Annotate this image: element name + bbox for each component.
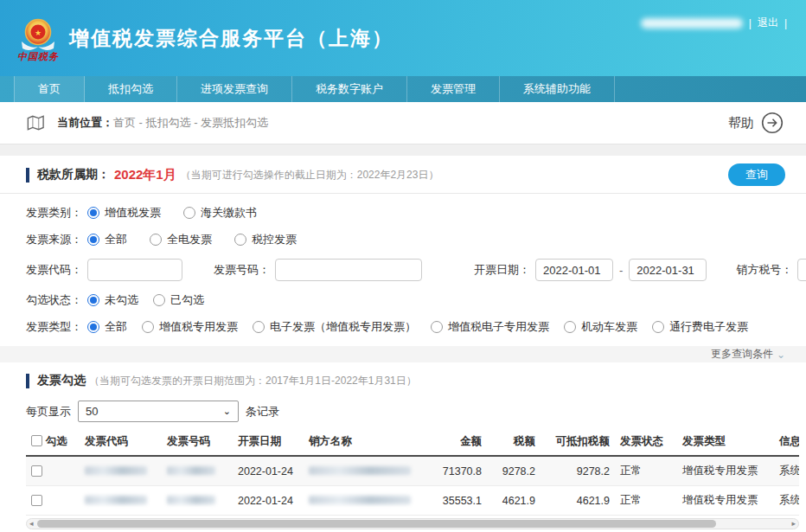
radio-icon [431, 321, 443, 333]
radio-label: 增值税专用发票 [159, 319, 238, 335]
radio-type-vat-electronic-special[interactable]: 增值税电子专用发票 [431, 319, 549, 335]
radio-source-tax-controlled[interactable]: 税控发票 [234, 232, 297, 247]
tax-logo: ★ 中国税务 [17, 17, 59, 63]
row-checkbox[interactable] [31, 495, 42, 506]
radio-vat-invoice[interactable]: 增值税发票 [87, 205, 161, 221]
radio-checked[interactable]: 已勾选 [153, 292, 204, 308]
select-all-checkbox[interactable] [31, 435, 42, 446]
logout-link[interactable]: 退出 [758, 16, 778, 30]
radio-label: 通行费电子发票 [669, 319, 748, 335]
table-row: 2022-01-24 35553.1 4621.9 4621.9 正常 增值税专… [26, 486, 799, 516]
horizontal-scrollbar[interactable]: ◂ ▸ [26, 518, 799, 529]
radio-selected-icon [87, 207, 99, 219]
invoice-category-label: 发票类别： [26, 205, 82, 221]
row-checkbox[interactable] [31, 465, 42, 477]
divider-band [0, 144, 806, 156]
invoice-number-input[interactable] [275, 259, 422, 281]
help-button[interactable]: 帮助 [728, 112, 784, 134]
svg-text:★: ★ [35, 29, 42, 37]
invoice-code-input[interactable] [87, 259, 182, 281]
radio-type-special-vat[interactable]: 增值税专用发票 [142, 319, 238, 335]
invoice-status: 正常 [615, 456, 677, 486]
header-invoice-number: 发票号码 [162, 429, 233, 456]
invoice-date-to-input[interactable] [629, 259, 707, 281]
nav-item-deduction-check[interactable]: 抵扣勾选 [85, 76, 177, 102]
invoice-type-label: 发票类型： [26, 319, 82, 335]
seller-tax-no-input[interactable] [797, 259, 806, 281]
scrollbar-thumb[interactable] [37, 520, 716, 528]
header-tax: 税额 [487, 429, 541, 456]
nav-item-input-invoice-query[interactable]: 进项发票查询 [177, 76, 292, 102]
query-button[interactable]: 查询 [728, 163, 785, 186]
radio-selected-icon [87, 234, 99, 246]
seller-name-blurred [309, 466, 411, 475]
section-accent-bar [26, 374, 29, 388]
invoice-source-row: 发票来源： 全部 全电发票 税控发票 [26, 232, 780, 247]
invoice-check-title: 发票勾选 [37, 373, 86, 388]
header-invoice-status: 发票状态 [615, 429, 677, 456]
page-size-suffix: 条记录 [246, 404, 279, 420]
tax: 4621.9 [487, 486, 541, 516]
radio-label: 全电发票 [167, 232, 212, 247]
info-source: 系统推送 [774, 486, 799, 516]
radio-label: 未勾选 [105, 292, 138, 308]
section-accent-bar [26, 168, 29, 183]
header-amount: 金额 [425, 429, 487, 456]
scroll-right-icon[interactable]: ▸ [791, 519, 796, 529]
nav-item-home[interactable]: 首页 [14, 76, 85, 102]
invoice-category-row: 发票类别： 增值税发票 海关缴款书 [26, 205, 780, 221]
radio-customs-payment[interactable]: 海关缴款书 [183, 205, 257, 221]
separator: | [784, 17, 787, 29]
invoice-check-note: （当期可勾选发票的开票日期范围为：2017年1月1日-2022年1月31日） [89, 374, 417, 388]
nav-item-invoice-management[interactable]: 发票管理 [407, 76, 500, 102]
invoice-fields-row: 发票代码： 发票号码： 开票日期： - 销方税号： [26, 259, 780, 281]
radio-type-motor-vehicle[interactable]: 机动车发票 [564, 319, 637, 335]
breadcrumb-row: 当前位置：首页 - 抵扣勾选 - 发票抵扣勾选 帮助 [0, 102, 806, 144]
radio-source-all[interactable]: 全部 [87, 232, 127, 247]
scroll-left-icon[interactable]: ◂ [29, 519, 34, 529]
breadcrumb-path: 首页 - 抵扣勾选 - 发票抵扣勾选 [113, 116, 268, 129]
help-label: 帮助 [728, 115, 754, 131]
radio-icon [253, 321, 265, 333]
invoice-date-label: 开票日期： [474, 262, 530, 278]
page-size-select[interactable]: 50 ⌄ [78, 401, 239, 422]
radio-type-e-invoice-special[interactable]: 电子发票（增值税专用发票） [253, 319, 416, 335]
arrow-right-circle-icon [761, 112, 784, 134]
page-size-value: 50 [86, 405, 98, 418]
radio-unchecked[interactable]: 未勾选 [87, 292, 138, 308]
radio-type-all[interactable]: 全部 [87, 319, 127, 335]
more-conditions-link[interactable]: 更多查询条件 ⌄ [0, 346, 806, 362]
seller-tax-no-label: 销方税号： [736, 262, 792, 278]
invoice-number-blurred [167, 466, 215, 475]
tax: 9278.2 [487, 456, 541, 486]
header-deductible-tax: 可抵扣税额 [541, 429, 615, 456]
invoice-source-label: 发票来源： [26, 232, 82, 247]
deductible-tax: 9278.2 [541, 456, 615, 486]
nav-item-tax-digital-account[interactable]: 税务数字账户 [292, 76, 407, 102]
chevron-down-icon: ⌄ [223, 406, 231, 417]
nav-item-system-aux[interactable]: 系统辅助功能 [500, 76, 615, 102]
radio-type-toll-electronic[interactable]: 通行费电子发票 [652, 319, 748, 335]
breadcrumb: 当前位置：首页 - 抵扣勾选 - 发票抵扣勾选 [57, 115, 268, 131]
invoice-check-section-header: 发票勾选 （当期可勾选发票的开票日期范围为：2017年1月1日-2022年1月3… [0, 362, 806, 394]
info-source: 系统推送 [774, 456, 799, 486]
radio-label: 增值税电子专用发票 [448, 319, 549, 335]
header-invoice-type: 发票类型 [677, 429, 774, 456]
logo-caption: 中国税务 [17, 50, 59, 63]
radio-icon [183, 207, 195, 219]
radio-label: 海关缴款书 [201, 205, 257, 221]
radio-icon [234, 234, 246, 246]
date-range-separator: - [619, 264, 623, 277]
tax-period-note: （当期可进行勾选操作的截止日期为：2022年2月23日） [181, 168, 439, 183]
table-header-row: 勾选 发票代码 发票号码 开票日期 销方名称 金额 税额 可抵扣税额 发票状态 … [26, 429, 799, 456]
invoice-table-container: 勾选 发票代码 发票号码 开票日期 销方名称 金额 税额 可抵扣税额 发票状态 … [26, 429, 799, 516]
header-check: 勾选 [26, 429, 80, 456]
filter-form: 发票类别： 增值税发票 海关缴款书 发票来源： 全部 全电发票 税控发票 发票代… [0, 194, 806, 335]
invoice-date-from-input[interactable] [535, 259, 613, 281]
radio-selected-icon [87, 321, 99, 333]
radio-source-fully-digital[interactable]: 全电发票 [150, 232, 212, 247]
national-emblem-icon: ★ [18, 17, 58, 54]
breadcrumb-prefix: 当前位置： [57, 116, 113, 129]
radio-icon [150, 234, 162, 246]
radio-selected-icon [87, 294, 99, 306]
